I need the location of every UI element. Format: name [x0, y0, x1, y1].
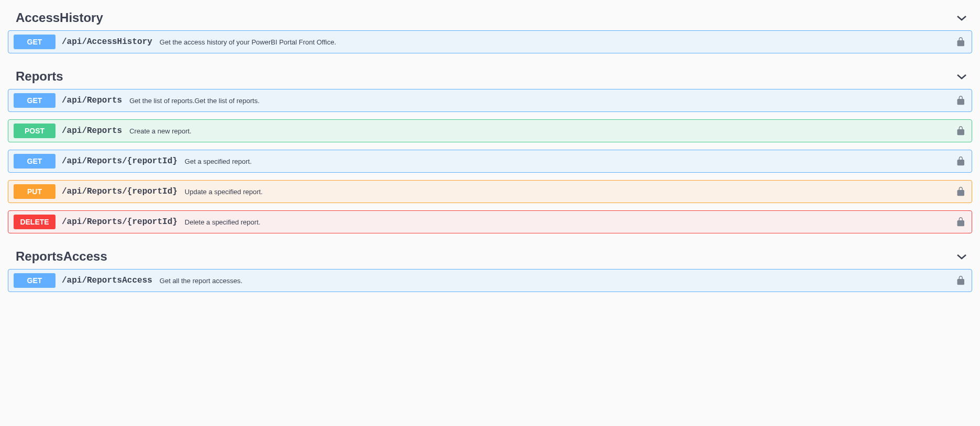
section-header[interactable]: Reports — [8, 64, 972, 89]
endpoint-row[interactable]: POST/api/ReportsCreate a new report. — [8, 119, 972, 142]
endpoint-path: /api/Reports/{reportId} — [62, 187, 177, 196]
unlocked-icon[interactable] — [956, 186, 966, 197]
endpoint-path: /api/ReportsAccess — [62, 276, 152, 285]
unlocked-icon[interactable] — [956, 37, 966, 47]
section-title: Reports — [16, 69, 63, 84]
endpoint-row[interactable]: GET/api/ReportsAccessGet all the report … — [8, 269, 972, 292]
endpoint-row[interactable]: GET/api/ReportsGet the list of reports.G… — [8, 89, 972, 112]
chevron-down-icon[interactable] — [956, 71, 967, 82]
api-section: AccessHistoryGET/api/AccessHistoryGet th… — [8, 5, 972, 53]
endpoint-description: Get all the report accesses. — [160, 277, 956, 285]
section-title: AccessHistory — [16, 10, 103, 25]
endpoint-row[interactable]: PUT/api/Reports/{reportId}Update a speci… — [8, 180, 972, 203]
endpoint-description: Get the list of reports.Get the list of … — [129, 97, 956, 105]
section-header[interactable]: ReportsAccess — [8, 244, 972, 269]
endpoint-row[interactable]: GET/api/Reports/{reportId}Get a specifie… — [8, 150, 972, 173]
section-title: ReportsAccess — [16, 249, 107, 264]
endpoint-description: Get the access history of your PowerBI P… — [160, 38, 956, 46]
endpoint-description: Update a specified report. — [185, 188, 956, 196]
unlocked-icon[interactable] — [956, 126, 966, 136]
endpoint-path: /api/Reports/{reportId} — [62, 217, 177, 227]
http-method-badge: POST — [14, 124, 55, 138]
unlocked-icon[interactable] — [956, 217, 966, 227]
http-method-badge: DELETE — [14, 215, 55, 229]
chevron-down-icon[interactable] — [956, 251, 967, 262]
http-method-badge: GET — [14, 35, 55, 49]
endpoint-row[interactable]: DELETE/api/Reports/{reportId}Delete a sp… — [8, 210, 972, 233]
endpoint-row[interactable]: GET/api/AccessHistoryGet the access hist… — [8, 30, 972, 53]
api-section: ReportsGET/api/ReportsGet the list of re… — [8, 64, 972, 233]
unlocked-icon[interactable] — [956, 156, 966, 166]
http-method-badge: GET — [14, 93, 55, 108]
section-header[interactable]: AccessHistory — [8, 5, 972, 30]
endpoint-path: /api/AccessHistory — [62, 37, 152, 47]
http-method-badge: GET — [14, 154, 55, 169]
api-section: ReportsAccessGET/api/ReportsAccessGet al… — [8, 244, 972, 292]
unlocked-icon[interactable] — [956, 275, 966, 286]
unlocked-icon[interactable] — [956, 95, 966, 106]
endpoint-path: /api/Reports — [62, 126, 122, 136]
endpoint-path: /api/Reports/{reportId} — [62, 156, 177, 166]
endpoint-description: Delete a specified report. — [185, 218, 956, 226]
http-method-badge: GET — [14, 273, 55, 288]
endpoint-path: /api/Reports — [62, 96, 122, 105]
http-method-badge: PUT — [14, 184, 55, 199]
chevron-down-icon[interactable] — [956, 13, 967, 23]
endpoint-description: Create a new report. — [129, 127, 956, 135]
endpoint-description: Get a specified report. — [185, 158, 956, 165]
